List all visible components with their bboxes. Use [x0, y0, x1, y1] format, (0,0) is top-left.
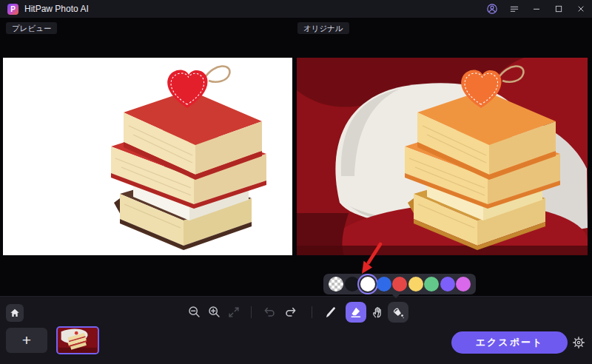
color-swatch-transparent[interactable] — [329, 277, 343, 291]
close-icon — [575, 3, 587, 15]
color-swatch-black[interactable] — [345, 277, 360, 291]
undo-button[interactable] — [260, 303, 278, 321]
undo-icon — [261, 304, 278, 320]
close-button[interactable] — [570, 0, 592, 18]
export-button[interactable]: エクスポート — [451, 331, 568, 354]
color-swatch-violet[interactable] — [440, 277, 455, 291]
color-swatch-blue[interactable] — [377, 277, 391, 291]
redo-button[interactable] — [282, 303, 300, 321]
app-window: P HitPaw Photo AI — [0, 0, 592, 364]
original-couch-illustration — [297, 58, 588, 255]
settings-button[interactable] — [570, 334, 588, 351]
color-swatch-red[interactable] — [392, 277, 407, 291]
menu-button[interactable] — [503, 0, 525, 18]
zoom-out-button[interactable] — [186, 303, 204, 321]
menu-icon — [508, 3, 520, 15]
gear-icon — [571, 335, 586, 350]
thumbnail-illustration — [58, 328, 98, 353]
account-button[interactable] — [481, 0, 503, 18]
app-title: HitPaw Photo AI — [24, 4, 89, 14]
editor-canvas: プレビュー オリジナル — [0, 18, 592, 296]
fill-tool-button[interactable] — [388, 302, 408, 323]
pointer-arrow — [354, 240, 388, 277]
color-swatch-yellow[interactable] — [408, 277, 423, 291]
minimize-button[interactable] — [525, 0, 548, 18]
eraser-icon — [349, 305, 363, 320]
minimize-icon — [531, 3, 542, 15]
home-icon — [9, 307, 21, 319]
hand-tool-button[interactable] — [369, 303, 386, 321]
eraser-tool-button[interactable] — [346, 302, 366, 323]
preview-books-illustration — [3, 58, 292, 255]
palette-caret — [391, 294, 400, 298]
color-swatch-green[interactable] — [424, 277, 439, 291]
toolbar-divider — [312, 306, 312, 318]
original-label: オリジナル — [297, 22, 349, 34]
add-image-button[interactable]: + — [6, 328, 47, 353]
account-icon — [485, 2, 499, 16]
preview-image[interactable] — [3, 58, 292, 255]
maximize-button[interactable] — [548, 0, 570, 18]
fit-screen-icon — [226, 305, 241, 320]
original-image[interactable] — [297, 58, 588, 255]
maximize-icon — [553, 3, 565, 15]
home-button[interactable] — [6, 304, 24, 322]
toolbar-divider — [251, 306, 252, 318]
image-thumbnail[interactable] — [56, 326, 99, 354]
hand-icon — [370, 305, 386, 320]
redo-icon — [283, 304, 299, 320]
zoom-in-button[interactable] — [206, 303, 223, 321]
titlebar: P HitPaw Photo AI — [0, 0, 592, 18]
color-swatch-white[interactable] — [360, 277, 375, 291]
zoom-out-icon — [186, 304, 203, 320]
bottom-toolbar: + エクスポート — [0, 296, 592, 364]
app-logo-icon: P — [7, 4, 18, 15]
color-swatch-magenta[interactable] — [456, 277, 471, 291]
zoom-in-icon — [206, 304, 223, 320]
color-palette — [323, 274, 476, 294]
brush-tool-button[interactable] — [323, 303, 340, 321]
fill-bucket-icon — [391, 305, 406, 320]
preview-label: プレビュー — [6, 22, 57, 34]
window-controls — [481, 0, 592, 18]
fit-screen-button[interactable] — [225, 303, 243, 321]
brush-icon — [323, 304, 340, 320]
